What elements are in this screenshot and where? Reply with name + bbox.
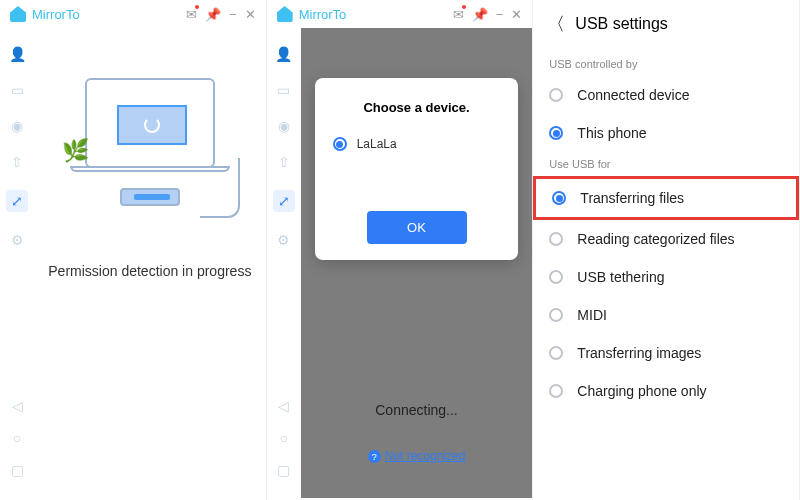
home-nav-icon[interactable]: ○: [9, 430, 25, 446]
panel-choose-device: MirrorTo ✉ 📌 − ✕ 👤 ▭ ◉ ⇧ ⤢ ⚙ ◁ ○ ▢ Choos…: [267, 0, 534, 500]
back-icon[interactable]: 〈: [547, 12, 565, 36]
panel-permission: MirrorTo ✉ 📌 − ✕ 👤 ▭ ◉ ⇧ ⤢ ⚙ ◁ ○ ▢: [0, 0, 267, 500]
home-nav-icon[interactable]: ○: [276, 430, 292, 446]
minimize-icon[interactable]: −: [496, 7, 504, 22]
status-text: Permission detection in progress: [48, 263, 251, 279]
titlebar: MirrorTo ✉ 📌 − ✕: [0, 0, 266, 28]
radio-icon: [549, 346, 563, 360]
upload-icon[interactable]: ⇧: [276, 154, 292, 170]
back-nav-icon[interactable]: ◁: [276, 398, 292, 414]
pin-icon[interactable]: 📌: [205, 7, 221, 22]
radio-icon: [549, 88, 563, 102]
app-title: MirrorTo: [32, 7, 180, 22]
modal-title: Choose a device.: [333, 100, 501, 115]
camera-icon[interactable]: ◉: [276, 118, 292, 134]
titlebar: MirrorTo ✉ 📌 − ✕: [267, 0, 533, 28]
opt-this-phone[interactable]: This phone: [533, 114, 799, 152]
mail-icon[interactable]: ✉: [453, 7, 464, 22]
recent-nav-icon[interactable]: ▢: [9, 462, 25, 478]
app-logo-icon: [277, 6, 293, 22]
section-use-usb-for: Use USB for: [533, 152, 799, 176]
help-icon: ?: [368, 450, 381, 463]
pin-icon[interactable]: 📌: [472, 7, 488, 22]
ok-button[interactable]: OK: [367, 211, 467, 244]
content-area: 🌿 Permission detection in progress: [34, 28, 266, 498]
recent-nav-icon[interactable]: ▢: [276, 462, 292, 478]
not-recognized-link[interactable]: ?Not recognized: [301, 449, 533, 464]
opt-usb-tethering[interactable]: USB tethering: [533, 258, 799, 296]
close-icon[interactable]: ✕: [511, 7, 522, 22]
opt-charging-only[interactable]: Charging phone only: [533, 372, 799, 410]
person-icon[interactable]: 👤: [276, 46, 292, 62]
back-nav-icon[interactable]: ◁: [9, 398, 25, 414]
radio-icon: [549, 270, 563, 284]
page-title: USB settings: [575, 15, 667, 33]
opt-midi[interactable]: MIDI: [533, 296, 799, 334]
sidebar: 👤 ▭ ◉ ⇧ ⤢ ⚙ ◁ ○ ▢: [267, 28, 301, 498]
person-icon[interactable]: 👤: [9, 46, 25, 62]
message-icon[interactable]: ▭: [9, 82, 25, 98]
device-option[interactable]: LaLaLa: [333, 137, 501, 151]
message-icon[interactable]: ▭: [276, 82, 292, 98]
upload-icon[interactable]: ⇧: [9, 154, 25, 170]
mirror-icon[interactable]: ⤢: [6, 190, 28, 212]
illustration: 🌿: [65, 68, 235, 218]
overlay-area: Choose a device. LaLaLa OK Connecting...…: [301, 28, 533, 498]
camera-icon[interactable]: ◉: [9, 118, 25, 134]
sidebar: 👤 ▭ ◉ ⇧ ⤢ ⚙ ◁ ○ ▢: [0, 28, 34, 498]
opt-transferring-files[interactable]: Transferring files: [533, 176, 799, 220]
radio-selected-icon: [333, 137, 347, 151]
app-title: MirrorTo: [299, 7, 447, 22]
mail-icon[interactable]: ✉: [186, 7, 197, 22]
radio-selected-icon: [549, 126, 563, 140]
radio-icon: [549, 384, 563, 398]
settings-icon[interactable]: ⚙: [276, 232, 292, 248]
device-name: LaLaLa: [357, 137, 397, 151]
opt-transferring-images[interactable]: Transferring images: [533, 334, 799, 372]
app-logo-icon: [10, 6, 26, 22]
settings-icon[interactable]: ⚙: [9, 232, 25, 248]
radio-icon: [549, 232, 563, 246]
radio-icon: [549, 308, 563, 322]
close-icon[interactable]: ✕: [245, 7, 256, 22]
opt-connected-device[interactable]: Connected device: [533, 76, 799, 114]
radio-selected-icon: [552, 191, 566, 205]
connecting-status: Connecting...: [301, 402, 533, 418]
panel-usb-settings: 〈 USB settings USB controlled by Connect…: [533, 0, 800, 500]
opt-reading-categorized[interactable]: Reading categorized files: [533, 220, 799, 258]
settings-header: 〈 USB settings: [533, 0, 799, 52]
mirror-icon[interactable]: ⤢: [273, 190, 295, 212]
section-controlled-by: USB controlled by: [533, 52, 799, 76]
minimize-icon[interactable]: −: [229, 7, 237, 22]
choose-device-modal: Choose a device. LaLaLa OK: [315, 78, 519, 260]
